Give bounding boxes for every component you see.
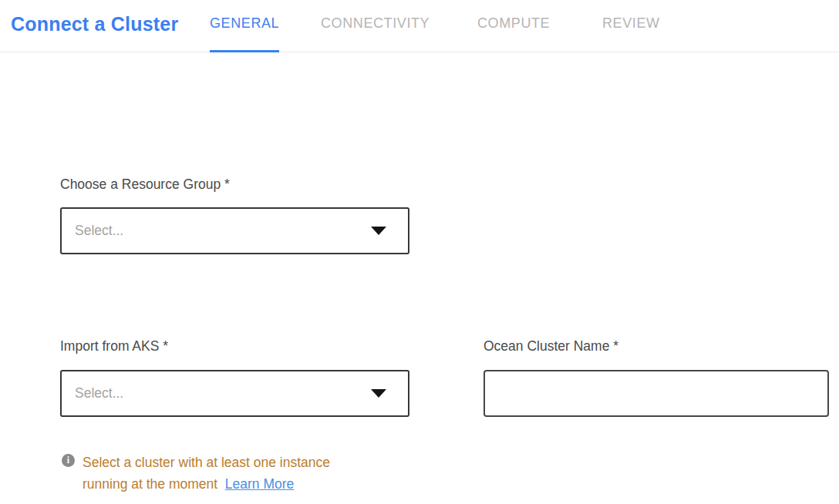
- cluster-requirement-note: i Select a cluster with at least one ins…: [62, 452, 362, 495]
- tab-connectivity-label: CONNECTIVITY: [321, 15, 430, 32]
- wizard-header: Connect a Cluster GENERAL CONNECTIVITY C…: [0, 0, 839, 52]
- note-text: Select a cluster with at least one insta…: [83, 452, 362, 495]
- ocean-cluster-name-input[interactable]: [484, 370, 829, 417]
- tab-compute[interactable]: COMPUTE: [477, 0, 550, 52]
- tab-compute-label: COMPUTE: [477, 15, 550, 32]
- page-title: Connect a Cluster: [11, 13, 178, 35]
- import-aks-label: Import from AKS *: [60, 338, 168, 354]
- tab-general-label: GENERAL: [210, 15, 279, 32]
- import-aks-select[interactable]: Select...: [60, 370, 409, 417]
- learn-more-link[interactable]: Learn More: [225, 476, 295, 492]
- import-aks-placeholder: Select...: [75, 385, 371, 402]
- tab-connectivity[interactable]: CONNECTIVITY: [321, 0, 430, 52]
- tab-general[interactable]: GENERAL: [210, 0, 279, 52]
- chevron-down-icon: [371, 389, 386, 398]
- resource-group-label: Choose a Resource Group *: [60, 176, 230, 193]
- tab-review[interactable]: REVIEW: [602, 0, 660, 52]
- info-icon: i: [62, 454, 75, 467]
- tab-review-label: REVIEW: [602, 15, 660, 32]
- resource-group-placeholder: Select...: [75, 223, 371, 239]
- chevron-down-icon: [371, 227, 386, 235]
- resource-group-select[interactable]: Select...: [60, 207, 409, 254]
- ocean-cluster-name-label: Ocean Cluster Name *: [484, 338, 618, 354]
